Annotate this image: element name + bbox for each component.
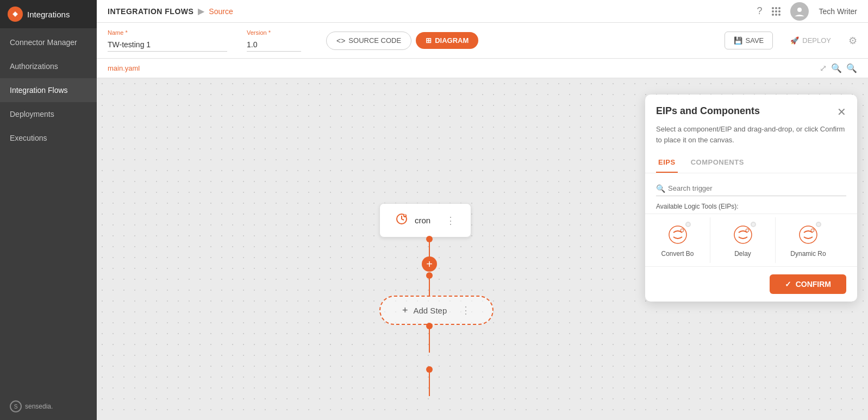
convert-bo-icon	[666, 223, 690, 247]
app-title: Integrations	[27, 10, 70, 19]
eip-icon-wrapper-1	[731, 223, 755, 247]
sidebar-item-label: Deployments	[10, 110, 54, 118]
settings-button[interactable]: ⚙	[848, 35, 857, 47]
svg-point-1	[797, 8, 802, 12]
main-content: INTEGRATION FLOWS ▶ Source ? Tech Writer…	[97, 0, 868, 420]
canvas: cron ⋮ + + Add Step ⋮ +	[97, 78, 868, 420]
sidebar-header: Integrations	[0, 0, 97, 28]
app-logo-icon	[8, 7, 23, 22]
zoom-in-icon[interactable]: 🔍	[831, 63, 842, 73]
canvas-header: main.yaml ⤢ 🔍 🔍	[97, 59, 868, 78]
source-code-button[interactable]: <> SOURCE CODE	[326, 32, 411, 50]
add-step-node[interactable]: + Add Step ⋮	[379, 296, 494, 325]
svg-point-4	[669, 226, 686, 243]
add-step-menu-icon[interactable]: ⋮	[461, 304, 471, 316]
expand-icon[interactable]: ⤢	[820, 63, 827, 73]
dot-2	[426, 272, 433, 279]
code-icon: <>	[336, 36, 345, 45]
help-icon[interactable]: ?	[757, 5, 762, 17]
eips-section-label: Available Logic Tools (EIPs):	[645, 196, 857, 214]
sidebar-item-label: Executions	[10, 134, 47, 142]
search-input[interactable]	[656, 181, 846, 196]
sidebar-item-connector-manager[interactable]: Connector Manager	[0, 30, 97, 54]
confirm-button[interactable]: ✓ CONFIRM	[770, 274, 846, 294]
user-name: Tech Writer	[819, 7, 857, 16]
search-wrapper: 🔍	[656, 181, 846, 196]
sidebar-item-label: Connector Manager	[10, 38, 77, 47]
eip-icon-wrapper-2	[796, 223, 820, 247]
eip-name-delay: Delay	[734, 250, 751, 258]
eips-components-grid: Convert Bo	[645, 214, 857, 266]
connector-line-4	[429, 369, 430, 396]
tab-components[interactable]: COMPONENTS	[689, 153, 746, 173]
connector-line-3	[429, 325, 430, 353]
breadcrumb-current: Source	[209, 7, 233, 16]
tab-eips[interactable]: EIPS	[656, 153, 678, 173]
search-icon: 🔍	[656, 184, 665, 193]
dot-1	[426, 236, 433, 242]
sidebar-item-label: Integration Flows	[10, 86, 68, 95]
eips-panel-header: EIPs and Components ✕	[645, 95, 857, 118]
version-input[interactable]	[247, 38, 301, 52]
cron-menu-icon[interactable]: ⋮	[446, 215, 455, 227]
breadcrumb-arrow-icon: ▶	[198, 6, 204, 16]
eip-delay[interactable]: Delay	[710, 217, 776, 263]
name-field-group: Name *	[108, 29, 227, 52]
sensedia-icon: S	[10, 400, 22, 412]
eips-footer: ✓ CONFIRM	[645, 266, 857, 302]
breadcrumb: INTEGRATION FLOWS ▶ Source	[108, 6, 233, 16]
connector-line-2	[429, 277, 430, 296]
dot-4	[426, 366, 433, 373]
diagram-button[interactable]: ⊞ DIAGRAM	[416, 32, 478, 49]
sidebar: Integrations Connector Manager Authoriza…	[0, 0, 97, 420]
breadcrumb-main: INTEGRATION FLOWS	[108, 7, 193, 16]
name-input[interactable]	[108, 38, 227, 52]
zoom-out-icon[interactable]: 🔍	[846, 63, 857, 73]
checkmark-icon: ✓	[785, 280, 791, 289]
cron-icon	[395, 212, 408, 228]
sidebar-item-integration-flows[interactable]: Integration Flows	[0, 78, 97, 102]
sensedia-footer: S sensedia.	[0, 393, 97, 420]
sidebar-item-authorizations[interactable]: Authorizations	[0, 54, 97, 78]
yaml-file-label: main.yaml	[108, 64, 140, 72]
sidebar-item-executions[interactable]: Executions	[0, 126, 97, 150]
cron-label: cron	[415, 216, 430, 225]
name-label: Name *	[108, 29, 227, 36]
sidebar-item-deployments[interactable]: Deployments	[0, 102, 97, 126]
deploy-icon: 🚀	[790, 36, 799, 45]
sidebar-item-label: Authorizations	[10, 62, 58, 71]
delay-icon	[731, 223, 755, 247]
eips-panel: EIPs and Components ✕ Select a component…	[645, 95, 857, 302]
cron-node[interactable]: cron ⋮	[379, 203, 471, 237]
sidebar-nav: Connector Manager Authorizations Integra…	[0, 28, 97, 393]
toolbar: Name * Version * <> SOURCE CODE ⊞ DIAGRA…	[97, 23, 868, 59]
deploy-button[interactable]: 🚀 DEPLOY	[782, 32, 840, 49]
eip-convert-bo[interactable]: Convert Bo	[645, 217, 710, 263]
version-label: Version *	[247, 29, 301, 36]
eip-name-convert-bo: Convert Bo	[661, 250, 694, 258]
eips-close-button[interactable]: ✕	[837, 105, 846, 118]
eip-icon-wrapper-0	[666, 223, 690, 247]
save-button[interactable]: 💾 SAVE	[725, 32, 773, 49]
eips-tabs: EIPS COMPONENTS	[645, 153, 857, 173]
svg-point-0	[14, 13, 17, 16]
version-field-group: Version *	[247, 29, 301, 52]
add-button-1[interactable]: +	[422, 256, 437, 272]
add-step-icon: +	[402, 305, 408, 316]
avatar[interactable]	[790, 2, 809, 21]
add-step-label: Add Step	[414, 306, 447, 315]
svg-point-5	[680, 229, 684, 232]
dot-3	[426, 323, 433, 329]
topbar: INTEGRATION FLOWS ▶ Source ? Tech Writer	[97, 0, 868, 23]
canvas-tools: ⤢ 🔍 🔍	[820, 63, 857, 73]
eip-dynamic-ro[interactable]: Dynamic Ro	[776, 217, 841, 263]
diagram-icon: ⊞	[426, 36, 432, 45]
svg-point-9	[811, 229, 814, 232]
svg-point-6	[734, 226, 752, 243]
grid-icon[interactable]	[772, 7, 780, 16]
save-icon: 💾	[734, 36, 742, 45]
eip-name-dynamic-ro: Dynamic Ro	[790, 250, 826, 258]
topbar-right: ? Tech Writer	[757, 2, 857, 21]
eips-title: EIPs and Components	[656, 105, 760, 117]
sensedia-text: sensedia.	[25, 403, 53, 410]
